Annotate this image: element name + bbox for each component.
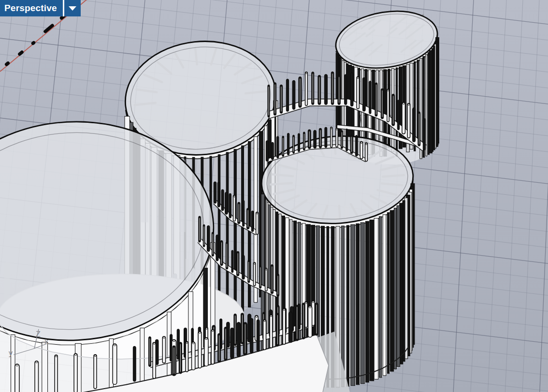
viewport-title-tab[interactable]: Perspective	[0, 0, 81, 16]
svg-text:y: y	[9, 349, 13, 357]
scene-3d[interactable]: Zxy	[0, 0, 548, 392]
rhino-viewport[interactable]: Zxy Perspective	[0, 0, 548, 392]
svg-text:Z: Z	[36, 330, 41, 338]
viewport-title[interactable]: Perspective	[4, 3, 57, 14]
viewport-title-main[interactable]: Perspective	[0, 0, 63, 16]
viewport-menu-button[interactable]	[64, 0, 81, 16]
chevron-down-icon	[69, 6, 76, 11]
svg-text:x: x	[44, 337, 48, 346]
